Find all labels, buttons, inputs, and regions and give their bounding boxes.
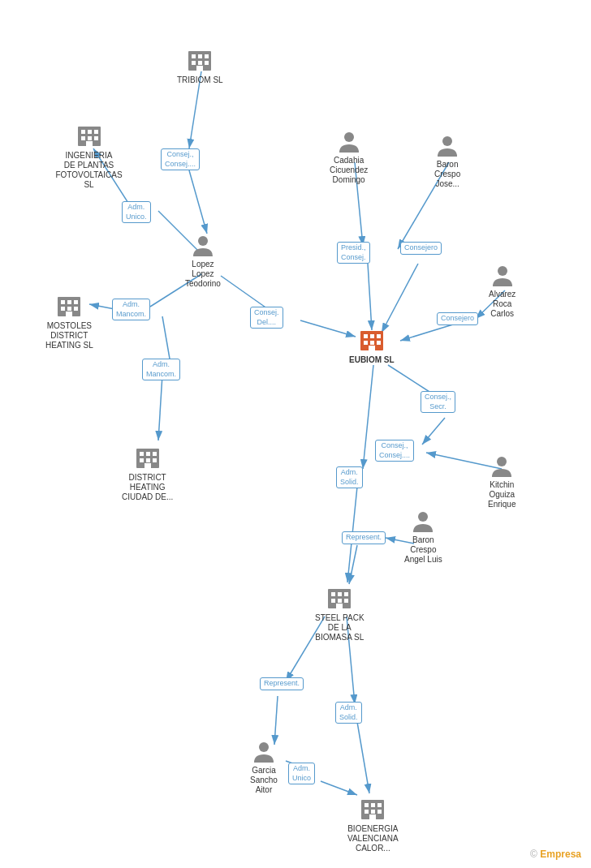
svg-line-19 xyxy=(363,365,373,469)
lopez-node: LopezLopezTeodorino xyxy=(185,234,221,289)
consejero-badge-2: Consejero xyxy=(437,312,478,325)
adm-mancom-badge-2: Adm.Mancom. xyxy=(142,359,180,380)
adm-unico-badge-2-label: Adm.Unico xyxy=(288,763,315,784)
svg-line-12 xyxy=(368,264,372,330)
consej-badge-1: Consej.,Consej.... xyxy=(161,148,200,170)
cadahia-label: CadahiaCicuendezDomingo xyxy=(330,156,368,185)
person-icon xyxy=(252,740,276,764)
svg-rect-49 xyxy=(74,300,78,304)
svg-rect-60 xyxy=(153,458,157,462)
svg-rect-68 xyxy=(377,341,381,345)
represent-badge-2-label: Represent. xyxy=(260,677,304,690)
svg-rect-47 xyxy=(61,300,65,304)
consejero-badge-2-label: Consejero xyxy=(437,312,478,325)
consejero-badge-1-label: Consejero xyxy=(400,242,442,255)
svg-rect-58 xyxy=(140,458,144,462)
svg-line-27 xyxy=(357,722,369,793)
adm-mancom-badge-2-label: Adm.Mancom. xyxy=(142,359,180,380)
svg-rect-82 xyxy=(365,810,369,814)
svg-rect-50 xyxy=(61,307,65,311)
svg-rect-31 xyxy=(192,54,196,58)
svg-point-89 xyxy=(498,266,507,276)
svg-rect-80 xyxy=(371,803,375,807)
kitchin-node: KitchinOguizaEnrique xyxy=(488,454,516,509)
adm-mancom-badge-1: Adm.Mancom. xyxy=(112,299,150,320)
svg-rect-66 xyxy=(364,341,368,345)
svg-rect-69 xyxy=(369,346,375,350)
svg-rect-34 xyxy=(192,61,196,65)
presid-consej-badge-label: Presid.,Consej. xyxy=(337,242,370,264)
building-icon xyxy=(75,120,104,149)
svg-rect-85 xyxy=(369,814,376,819)
bioenergia-label: BIOENERGIAVALENCIANACALOR... xyxy=(347,824,399,853)
svg-point-92 xyxy=(259,742,269,752)
svg-line-7 xyxy=(158,375,162,440)
watermark: © Empresa xyxy=(530,849,581,860)
consej-badge-1-label: Consej.,Consej.... xyxy=(161,148,200,170)
svg-point-87 xyxy=(344,132,354,142)
building-icon xyxy=(358,793,387,823)
svg-rect-59 xyxy=(146,458,150,462)
consejero-badge-1: Consejero xyxy=(400,242,442,255)
svg-rect-71 xyxy=(331,592,335,596)
baron-angel-node: BaronCrespoAngel Luis xyxy=(404,509,442,565)
steel-pack-label: STEEL PACKDE LABIOMASA SL xyxy=(315,613,365,642)
svg-rect-83 xyxy=(371,810,375,814)
represent-badge-1-label: Represent. xyxy=(342,531,386,544)
district-heating-label: DISTRICTHEATINGCIUDAD DE... xyxy=(122,473,173,502)
svg-line-15 xyxy=(400,324,453,341)
building-icon xyxy=(133,442,162,471)
adm-solid-badge-2-label: Adm.Solid. xyxy=(335,702,362,724)
svg-rect-41 xyxy=(94,130,98,134)
eubiom-label: EUBIOM SL xyxy=(349,355,395,365)
svg-rect-37 xyxy=(196,66,203,71)
person-icon xyxy=(191,234,215,258)
eubiom-node: EUBIOM SL xyxy=(349,324,395,365)
consej-consej-badge-label: Consej.,Consej.... xyxy=(375,440,414,462)
svg-rect-39 xyxy=(81,130,85,134)
building-icon xyxy=(54,290,84,320)
building-icon-red xyxy=(357,324,386,354)
adm-solid-badge-1: Adm.Solid. xyxy=(336,466,363,488)
consej-consej-badge: Consej.,Consej.... xyxy=(375,440,414,462)
bioenergia-node: BIOENERGIAVALENCIANACALOR... xyxy=(347,793,399,853)
svg-rect-53 xyxy=(66,312,72,316)
represent-badge-2: Represent. xyxy=(260,677,304,690)
svg-point-88 xyxy=(442,136,452,146)
baron-jose-label: BaronCrespoJose... xyxy=(434,160,460,189)
svg-rect-33 xyxy=(205,54,209,58)
svg-rect-32 xyxy=(198,54,202,58)
garcia-label: GarciaSanchoAitor xyxy=(250,766,278,795)
adm-solid-badge-1-label: Adm.Solid. xyxy=(336,466,363,488)
adm-solid-badge-2: Adm.Solid. xyxy=(335,702,362,724)
svg-rect-44 xyxy=(94,136,98,140)
svg-rect-72 xyxy=(338,592,342,596)
svg-rect-75 xyxy=(338,599,342,603)
svg-rect-67 xyxy=(370,341,374,345)
person-icon xyxy=(337,130,361,154)
svg-rect-74 xyxy=(331,599,335,603)
cadahia-node: CadahiaCicuendezDomingo xyxy=(330,130,368,185)
watermark-brand: Empresa xyxy=(540,849,581,860)
svg-line-24 xyxy=(274,696,278,745)
svg-rect-64 xyxy=(370,334,374,338)
baron-jose-node: BaronCrespoJose... xyxy=(434,134,460,189)
svg-line-9 xyxy=(300,320,356,337)
adm-unico-badge-2: Adm.Unico xyxy=(288,763,315,784)
svg-point-90 xyxy=(497,457,507,466)
svg-rect-35 xyxy=(198,61,202,65)
svg-rect-55 xyxy=(140,452,144,456)
svg-point-86 xyxy=(198,236,208,246)
garcia-node: GarciaSanchoAitor xyxy=(250,740,278,795)
person-icon xyxy=(490,264,515,288)
consej-del-badge-label: Consej.Del.... xyxy=(250,307,283,329)
svg-rect-63 xyxy=(364,334,368,338)
consej-secr-badge-label: Consej.,Secr. xyxy=(421,391,455,413)
district-heating-node: DISTRICTHEATINGCIUDAD DE... xyxy=(122,442,173,502)
person-icon xyxy=(490,454,514,479)
steel-pack-node: STEEL PACKDE LABIOMASA SL xyxy=(315,582,365,642)
ingenieria-label: INGENIERIADE PLANTASFOTOVOLTAICAS SL xyxy=(50,151,127,190)
svg-rect-56 xyxy=(146,452,150,456)
tribiom-label: TRIBIOM SL xyxy=(177,75,223,85)
building-icon xyxy=(325,582,354,612)
